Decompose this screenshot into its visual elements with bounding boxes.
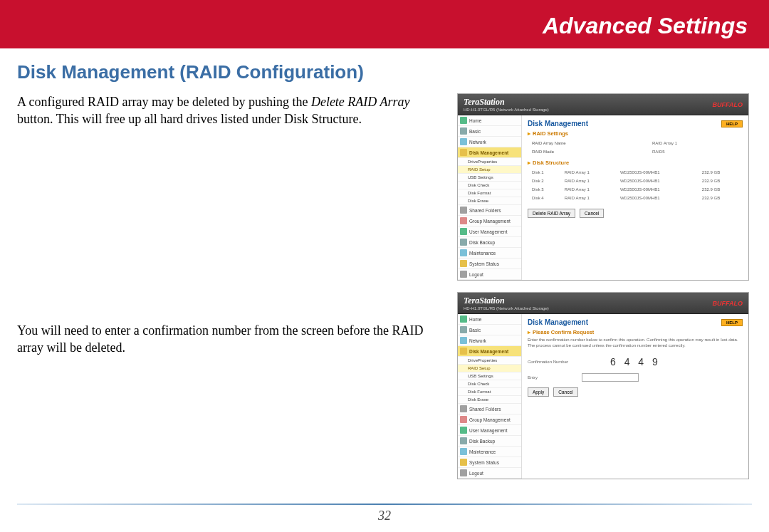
sidebar-item-label: Logout	[469, 471, 483, 476]
sidebar-item[interactable]: Disk Check	[458, 380, 521, 388]
sidebar-item-label: Disk Backup	[469, 240, 495, 245]
sidebar-item[interactable]: USB Settings	[458, 372, 521, 380]
ss1-brand: TeraStation	[464, 97, 549, 108]
sidebar-item[interactable]: Home	[458, 314, 521, 325]
folder-icon	[460, 249, 467, 256]
sidebar-item-label: Disk Check	[468, 382, 489, 386]
cell-label: RAID Array Name	[529, 140, 648, 147]
sidebar-item[interactable]: Disk Erase	[458, 197, 521, 205]
folder-icon	[460, 405, 467, 412]
cell: 232.9 GB	[699, 186, 741, 193]
ss2-help-button[interactable]: HELP	[721, 319, 743, 326]
sidebar-item[interactable]: Shared Folders	[458, 205, 521, 216]
sidebar-item[interactable]: Disk Check	[458, 182, 521, 189]
sidebar-item[interactable]: RAID Setup	[458, 365, 521, 372]
sidebar-item[interactable]: Maintenance	[458, 447, 521, 457]
folder-icon	[460, 448, 467, 455]
cell: 232.9 GB	[699, 194, 741, 202]
cell: WD2500JS-00MHB1	[617, 169, 698, 176]
ss1-main-title: Disk Management HELP	[528, 120, 743, 127]
sidebar-item[interactable]: Network	[458, 335, 521, 346]
sidebar-item[interactable]: DriveProperties	[458, 158, 521, 166]
ss1-delete-raid-button[interactable]: Delete RAID Array	[528, 209, 575, 218]
sidebar-item-label: USB Settings	[468, 175, 493, 179]
sidebar-item[interactable]: Disk Backup	[458, 436, 521, 447]
sidebar-item[interactable]: Group Management	[458, 216, 521, 226]
sidebar-item[interactable]: Logout	[458, 269, 521, 280]
cell: WD2500JS-00MHB1	[617, 177, 698, 184]
cell: Disk 3	[529, 186, 560, 193]
sidebar-item[interactable]: DriveProperties	[458, 357, 521, 365]
sidebar-item-label: Basic	[469, 328, 481, 333]
ss2-cancel-button[interactable]: Cancel	[553, 387, 577, 397]
table-row: RAID Array NameRAID Array 1	[529, 140, 741, 147]
folder-icon	[460, 337, 467, 344]
sidebar-item[interactable]: Disk Erase	[458, 396, 521, 404]
sidebar-item[interactable]: System Status	[458, 457, 521, 468]
table-row: Disk 3RAID Array 1WD2500JS-00MHB1232.9 G…	[529, 186, 741, 193]
sidebar-item-label: RAID Setup	[468, 366, 491, 370]
folder-icon	[460, 459, 467, 466]
sidebar-item[interactable]: USB Settings	[458, 174, 521, 182]
sidebar-item-label: USB Settings	[468, 374, 493, 378]
sidebar-item[interactable]: Disk Management	[458, 346, 521, 357]
p1-post: button. This will free up all hard drive…	[17, 112, 362, 126]
ss2-apply-button[interactable]: Apply	[528, 387, 549, 397]
sidebar-item-label: Shared Folders	[469, 208, 501, 213]
sidebar-item-label: Network	[469, 338, 486, 343]
ss1-disk-structure-heading: Disk Structure	[528, 160, 743, 166]
sidebar-item-label: Disk Backup	[469, 439, 495, 444]
ss2-entry-input[interactable]	[582, 373, 639, 382]
sidebar-item[interactable]: Home	[458, 115, 521, 126]
sidebar-item[interactable]: Disk Management	[458, 147, 521, 158]
folder-icon	[460, 260, 467, 267]
sidebar-item-label: Group Management	[469, 219, 511, 224]
footer-rule	[17, 504, 752, 505]
ss1-cancel-button[interactable]: Cancel	[580, 209, 604, 218]
table-row: Disk 1RAID Array 1WD2500JS-00MHB1232.9 G…	[529, 169, 741, 176]
cell: RAID Array 1	[562, 194, 616, 202]
ss2-title-text: Disk Management	[528, 318, 588, 326]
sidebar-item-label: Disk Management	[469, 349, 508, 354]
folder-icon	[460, 437, 467, 444]
paragraph-1: A configured RAID array may be deleted b…	[17, 93, 444, 128]
sidebar-item[interactable]: Disk Format	[458, 189, 521, 197]
sidebar-item[interactable]: Shared Folders	[458, 404, 521, 414]
p1-em: Delete RAID Array	[311, 95, 410, 109]
cell: RAID Array 1	[562, 186, 616, 193]
sidebar-item[interactable]: User Management	[458, 425, 521, 436]
ss2-entry-label: Entry	[528, 375, 577, 380]
header-title: Advanced Settings	[543, 13, 748, 39]
sidebar-item[interactable]: Network	[458, 137, 521, 147]
ss2-subbrand: HD-H1.0TGL/R5 (Network Attached Storage)	[464, 306, 549, 311]
sidebar-item[interactable]: Maintenance	[458, 248, 521, 259]
cell: 232.9 GB	[699, 177, 741, 184]
sidebar-item[interactable]: Basic	[458, 325, 521, 335]
ss1-help-button[interactable]: HELP	[721, 120, 743, 127]
cell: RAID Array 1	[562, 177, 616, 184]
ss2-confirm-text: Enter the confirmation number below to c…	[528, 338, 743, 349]
sidebar-item-label: Basic	[469, 129, 481, 134]
folder-icon	[460, 416, 467, 423]
sidebar-item-label: Disk Management	[469, 150, 508, 155]
sidebar-item[interactable]: Disk Backup	[458, 237, 521, 248]
sidebar-item-label: User Management	[469, 229, 507, 234]
folder-icon	[460, 217, 467, 224]
sidebar-item[interactable]: Logout	[458, 468, 521, 479]
sidebar-item-label: Maintenance	[469, 251, 496, 256]
sidebar-item[interactable]: User Management	[458, 226, 521, 237]
section-title: Disk Management (RAID Configuration)	[17, 61, 752, 83]
sidebar-item-label: DriveProperties	[468, 358, 497, 363]
folder-icon	[460, 271, 467, 278]
sidebar-item[interactable]: Basic	[458, 126, 521, 137]
sidebar-item[interactable]: RAID Setup	[458, 166, 521, 174]
sidebar-item-label: Network	[469, 140, 486, 145]
sidebar-item[interactable]: Group Management	[458, 414, 521, 425]
ss1-sidebar: HomeBasicNetworkDisk ManagementDriveProp…	[458, 115, 522, 280]
sidebar-item-label: System Status	[469, 261, 499, 266]
ss2-confirm-heading: Please Confirm Request	[528, 329, 743, 335]
sidebar-item[interactable]: System Status	[458, 259, 521, 269]
cell: RAID Array 1	[562, 169, 616, 176]
ss2-conf-number-label: Confirmation Number	[528, 360, 577, 364]
sidebar-item[interactable]: Disk Format	[458, 388, 521, 396]
